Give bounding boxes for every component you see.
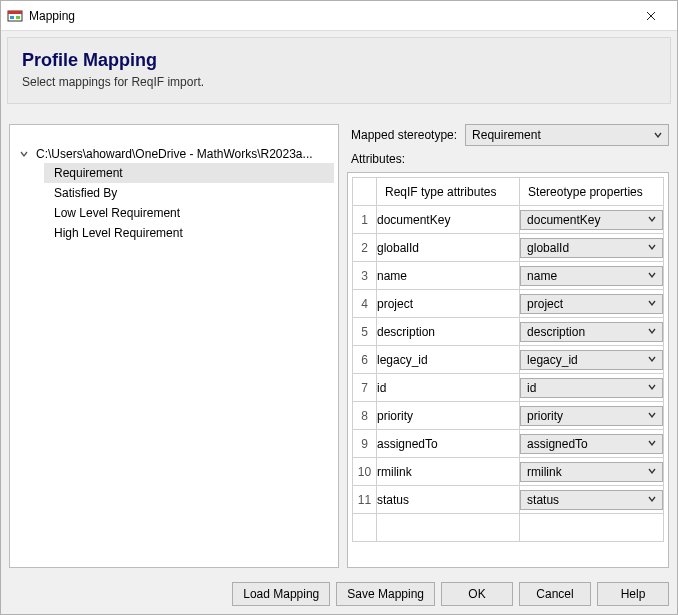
svg-rect-3: [16, 16, 20, 19]
chevron-down-icon: [648, 410, 656, 421]
stereotype-prop-value: name: [527, 269, 557, 283]
stereotype-prop-select[interactable]: assignedTo: [520, 434, 663, 454]
stereotype-prop-select[interactable]: rmilink: [520, 462, 663, 482]
right-panel: Mapped stereotype: Requirement Attribute…: [347, 124, 669, 568]
mapped-stereotype-select[interactable]: Requirement: [465, 124, 669, 146]
page-title: Profile Mapping: [22, 50, 656, 71]
stereotype-prop-cell: legacy_id: [520, 346, 664, 374]
row-number: 9: [353, 430, 377, 458]
page-subtitle: Select mappings for ReqIF import.: [22, 75, 656, 89]
table-row: 8prioritypriority: [353, 402, 664, 430]
stereotype-prop-select[interactable]: globalId: [520, 238, 663, 258]
reqif-type-cell[interactable]: documentKey: [377, 206, 520, 234]
chevron-down-icon: [648, 494, 656, 505]
row-number: 6: [353, 346, 377, 374]
row-number: 10: [353, 458, 377, 486]
stereotype-prop-select[interactable]: name: [520, 266, 663, 286]
stereotype-prop-cell: id: [520, 374, 664, 402]
tree-root-label: C:\Users\ahoward\OneDrive - MathWorks\R2…: [36, 147, 313, 161]
mapped-stereotype-label: Mapped stereotype:: [351, 128, 457, 142]
row-number-header: [353, 178, 377, 206]
table-row: 6legacy_idlegacy_id: [353, 346, 664, 374]
reqif-type-cell[interactable]: rmilink: [377, 458, 520, 486]
tree-item[interactable]: Requirement: [44, 163, 334, 183]
chevron-down-icon: [648, 438, 656, 449]
load-mapping-button[interactable]: Load Mapping: [232, 582, 330, 606]
stereotype-prop-cell: project: [520, 290, 664, 318]
stereotype-prop-value: project: [527, 297, 563, 311]
stereotype-prop-value: priority: [527, 409, 563, 423]
reqif-type-cell[interactable]: globalId: [377, 234, 520, 262]
app-icon: [7, 8, 23, 24]
chevron-down-icon: [648, 354, 656, 365]
table-row: 5descriptiondescription: [353, 318, 664, 346]
table-row: 4projectproject: [353, 290, 664, 318]
stereotype-prop-cell: globalId: [520, 234, 664, 262]
stereotype-prop-value: id: [527, 381, 536, 395]
table-row: 2globalIdglobalId: [353, 234, 664, 262]
reqif-type-cell[interactable]: name: [377, 262, 520, 290]
table-row-empty: [353, 514, 664, 542]
mapped-stereotype-value: Requirement: [472, 128, 541, 142]
stereotype-prop-select[interactable]: documentKey: [520, 210, 663, 230]
stereotype-prop-cell: description: [520, 318, 664, 346]
mapped-stereotype-row: Mapped stereotype: Requirement: [347, 124, 669, 146]
titlebar: Mapping: [1, 1, 677, 31]
reqif-type-cell[interactable]: priority: [377, 402, 520, 430]
reqif-type-cell[interactable]: legacy_id: [377, 346, 520, 374]
close-button[interactable]: [631, 2, 671, 30]
reqif-type-header: ReqIF type attributes: [377, 178, 520, 206]
stereotype-prop-select[interactable]: priority: [520, 406, 663, 426]
stereotype-prop-cell: assignedTo: [520, 430, 664, 458]
row-number: 11: [353, 486, 377, 514]
chevron-down-icon: [648, 298, 656, 309]
stereotype-prop-cell: priority: [520, 402, 664, 430]
tree-item[interactable]: Low Level Requirement: [44, 203, 334, 223]
content-area: C:\Users\ahoward\OneDrive - MathWorks\R2…: [1, 104, 677, 576]
tree-item[interactable]: Satisfied By: [44, 183, 334, 203]
stereotype-prop-select[interactable]: description: [520, 322, 663, 342]
help-button[interactable]: Help: [597, 582, 669, 606]
attributes-label: Attributes:: [347, 152, 669, 166]
tree-item[interactable]: High Level Requirement: [44, 223, 334, 243]
header-block: Profile Mapping Select mappings for ReqI…: [7, 37, 671, 104]
chevron-down-icon: [648, 326, 656, 337]
ok-button[interactable]: OK: [441, 582, 513, 606]
row-number: 5: [353, 318, 377, 346]
reqif-type-cell[interactable]: description: [377, 318, 520, 346]
stereotype-prop-cell: name: [520, 262, 664, 290]
tree-root[interactable]: C:\Users\ahoward\OneDrive - MathWorks\R2…: [14, 145, 334, 163]
reqif-type-cell[interactable]: assignedTo: [377, 430, 520, 458]
attributes-table: ReqIF type attributes Stereotype propert…: [352, 177, 664, 542]
table-row: 11statusstatus: [353, 486, 664, 514]
row-number: 8: [353, 402, 377, 430]
row-number: 1: [353, 206, 377, 234]
cancel-button[interactable]: Cancel: [519, 582, 591, 606]
stereotype-prop-value: assignedTo: [527, 437, 588, 451]
stereotype-prop-select[interactable]: project: [520, 294, 663, 314]
button-bar: Load Mapping Save Mapping OK Cancel Help: [1, 576, 677, 614]
table-row: 1documentKeydocumentKey: [353, 206, 664, 234]
stereotype-prop-cell: documentKey: [520, 206, 664, 234]
stereotype-prop-select[interactable]: id: [520, 378, 663, 398]
chevron-down-icon[interactable]: [20, 147, 30, 161]
save-mapping-button[interactable]: Save Mapping: [336, 582, 435, 606]
reqif-type-cell[interactable]: project: [377, 290, 520, 318]
row-number: 7: [353, 374, 377, 402]
reqif-type-cell[interactable]: status: [377, 486, 520, 514]
chevron-down-icon: [654, 130, 662, 141]
tree-panel: C:\Users\ahoward\OneDrive - MathWorks\R2…: [9, 124, 339, 568]
stereotype-prop-value: rmilink: [527, 465, 562, 479]
chevron-down-icon: [648, 242, 656, 253]
table-row: 7idid: [353, 374, 664, 402]
stereotype-prop-value: documentKey: [527, 213, 600, 227]
reqif-type-cell[interactable]: id: [377, 374, 520, 402]
row-number: 4: [353, 290, 377, 318]
table-row: 10rmilinkrmilink: [353, 458, 664, 486]
row-number: 3: [353, 262, 377, 290]
stereotype-prop-select[interactable]: status: [520, 490, 663, 510]
stereotype-prop-select[interactable]: legacy_id: [520, 350, 663, 370]
table-row: 9assignedToassignedTo: [353, 430, 664, 458]
stereotype-prop-value: status: [527, 493, 559, 507]
stereotype-prop-value: legacy_id: [527, 353, 578, 367]
